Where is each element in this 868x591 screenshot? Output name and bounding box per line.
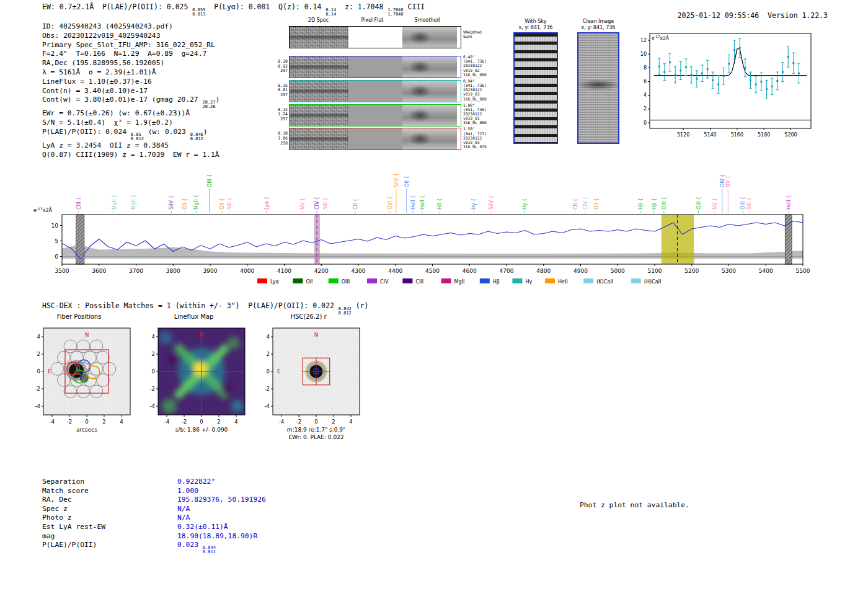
match-row-value: 0.922822" bbox=[177, 478, 215, 487]
row-3-left-values: 0.101.06258 bbox=[276, 131, 288, 146]
line-label-SiIV: SiIV { bbox=[169, 195, 174, 210]
panel-y-tick: -4 bbox=[35, 403, 40, 409]
panel-x-tick: -2 bbox=[296, 419, 301, 425]
row-1-left-values: 0.150.81257 bbox=[276, 84, 288, 98]
info-line-2: Primary Spec_Slot_IFU_AMP: 316_022_052_R… bbox=[42, 41, 219, 50]
row-2-annot-0: 1.08" bbox=[463, 103, 487, 107]
legend-swatch-OII bbox=[293, 278, 303, 283]
line-label-HeII: HeII { bbox=[420, 195, 425, 210]
emission-line-labels: CIII {MgII {MgII {SiIV {OII {MgII {OIII … bbox=[76, 173, 792, 213]
match-table-row: Separation0.922822" bbox=[42, 478, 266, 487]
row-2-annot-4: 316_RL_080 bbox=[463, 120, 487, 125]
line-label-Hγ: Hγ { bbox=[522, 198, 528, 210]
match-row-label: Photo z bbox=[42, 513, 177, 523]
info-line-11-text-2: (w: 0.023 bbox=[144, 128, 190, 136]
legend-label-HeII: HeII bbox=[558, 279, 568, 285]
info-line-5: λ = 5161Å σ = 2.39(±1.01)Å bbox=[42, 68, 219, 78]
inset-y-tick: 0 bbox=[644, 120, 647, 126]
info-line-10-text-0: S/N = 5.1(±0.4) χ² = 1.9(±0.2) bbox=[42, 118, 173, 127]
spectrum-y-tick: 10 bbox=[51, 223, 59, 229]
row-0-annotations: 0.49"(841, 736)20230122v019_02316_RL_080 bbox=[463, 55, 487, 77]
info-line-4-text-0: RA,Dec (195.828995,50.192005) bbox=[42, 59, 164, 67]
row-0-left-2: 257 bbox=[276, 69, 288, 74]
line-label-NV: NV { bbox=[300, 198, 306, 210]
info-line-6: LineFlux = 1.10(±0.37)e-16 bbox=[42, 78, 219, 87]
panel-x-tick: 0 bbox=[314, 419, 317, 425]
weighted-sum-label-line1: Sum bbox=[463, 34, 482, 38]
panel-y-tick: -4 bbox=[150, 403, 155, 409]
info-line-8-frac-bot: 20.26 bbox=[202, 105, 215, 109]
legend-label-(H)CaII: (H)CaII bbox=[644, 279, 661, 285]
lineflux-image: N bbox=[158, 328, 245, 415]
hsc-cutout-plot: NE-4-4-2-2002244m:18.9 re:1.7" s:0.9"EWr… bbox=[248, 322, 369, 443]
line-fit-chart: 51205140516051805200024681012e-17x2Å bbox=[637, 26, 817, 147]
2d-col-header-2: Smoothed bbox=[400, 17, 454, 23]
compass-north-label: N bbox=[314, 332, 319, 338]
row-3-annot-1: (841, 727) bbox=[463, 131, 487, 136]
panel-y-tick: -2 bbox=[265, 386, 270, 392]
spacer bbox=[759, 11, 768, 20]
line-label-NV: NV { bbox=[712, 198, 718, 210]
summary-header-frac-bot: 0.013 bbox=[192, 12, 205, 17]
info-line-1-text-0: Obs: 20230122v019_4025940243 bbox=[42, 32, 160, 40]
weighted-sum-label-line0: Weighted bbox=[463, 30, 482, 34]
fiber-positions-plot: NE-4-4-2-2002244arcsecs bbox=[19, 322, 140, 443]
match-row-label: RA, Dec bbox=[42, 495, 177, 505]
match-row-label: Match score bbox=[42, 487, 177, 496]
row-3-annotations: 1.50"(841, 727)20230122v019_03316_RL_079 bbox=[463, 127, 487, 149]
legend-swatch-MgII bbox=[441, 278, 451, 283]
match-table-row: Est LyA rest-EW0.32(±0.11)Å bbox=[42, 523, 266, 532]
row-2-left-values: 0.121.24257 bbox=[276, 108, 288, 122]
info-line-12: LyA z = 3.2454 OII z = 0.3845 bbox=[42, 141, 219, 151]
row-3-smoothed-image bbox=[402, 128, 457, 149]
info-line-3: F=2.4" T=0.166 N=1.29 A=0.89 g=24.7 bbox=[42, 50, 219, 59]
legend-label-(K)CaII: (K)CaII bbox=[596, 279, 613, 285]
legend-label-CIV: CIV bbox=[380, 279, 389, 285]
with-sky-title: With Sky bbox=[512, 19, 559, 25]
with-sky-image bbox=[513, 32, 558, 144]
match-table-row: Spec zN/A bbox=[42, 505, 266, 514]
legend-label-Hγ: Hγ bbox=[525, 279, 532, 285]
inset-x-tick: 5160 bbox=[731, 132, 743, 138]
2d-col-header-1: Pixel Flat bbox=[345, 17, 399, 23]
info-line-5-text-0: λ = 5161Å σ = 2.39(±1.01)Å bbox=[42, 68, 156, 76]
match-row-value: 0.023 0.0440.011 bbox=[177, 541, 216, 554]
row-0-annot-1: (841, 736) bbox=[463, 59, 487, 63]
legend-swatch-Hγ bbox=[512, 278, 522, 283]
inset-y-tick: 8 bbox=[644, 65, 647, 71]
panel-x-tick: 2 bbox=[217, 419, 220, 425]
timestamp-version: 2025-01-12 09:55:46 Version 1.22.3 bbox=[645, 2, 828, 29]
weighted-smoothed-image bbox=[402, 27, 457, 48]
2d-spectra-panel: 2D SpecPixel FlatSmoothedWeightedSum0.20… bbox=[276, 16, 493, 159]
row-2-pixel-flat-image bbox=[348, 105, 402, 126]
match-row-frac: 0.0440.011 bbox=[203, 546, 216, 554]
info-line-9-text-0: EWr = 0.75(±0.26) (w: 0.67(±0.23))Å bbox=[42, 109, 190, 117]
2d-spec-row bbox=[289, 128, 461, 150]
match-row-value: 0.32(±0.11)Å bbox=[177, 523, 228, 532]
line-label-OIII: OIII { bbox=[720, 174, 725, 187]
spectrum-x-tick: 3600 bbox=[92, 268, 106, 274]
line-label-CIV: CIV { bbox=[583, 197, 588, 210]
fiber-positions-title: Fiber Positions bbox=[19, 313, 140, 322]
row-3-annot-4: 316_RL_079 bbox=[463, 144, 487, 149]
row-0-pixel-flat-image bbox=[348, 56, 402, 78]
row-3-pixel-flat-image bbox=[348, 128, 402, 149]
inset-units-annotation: e-17x2Å bbox=[652, 35, 670, 41]
match-row-label: Est LyA rest-EW bbox=[42, 523, 177, 532]
line-label-Hβ: Hβ { bbox=[652, 198, 657, 210]
legend-label-Lyα: Lyα bbox=[270, 279, 279, 285]
panel-x-tick: -2 bbox=[182, 419, 187, 425]
compass-north-label: N bbox=[200, 332, 204, 338]
panel-y-tick: 2 bbox=[152, 351, 155, 357]
summary-header-text-6: CIII bbox=[404, 2, 425, 11]
weighted-sum-row bbox=[289, 26, 461, 48]
panel-x-tick: 0 bbox=[200, 419, 203, 425]
spectrum-x-tick: 3900 bbox=[203, 268, 218, 274]
info-line-8-frac-1: 20.2720.26 bbox=[202, 100, 215, 109]
row-1-annot-4: 316_RL_080 bbox=[463, 97, 487, 101]
spectrum-x-tick: 5500 bbox=[796, 268, 810, 274]
panel-y-tick: -2 bbox=[35, 386, 40, 392]
match-row-value: N/A bbox=[177, 513, 190, 523]
2d-spec-row bbox=[289, 56, 461, 78]
line-label-SiII: SiII { bbox=[746, 197, 752, 210]
